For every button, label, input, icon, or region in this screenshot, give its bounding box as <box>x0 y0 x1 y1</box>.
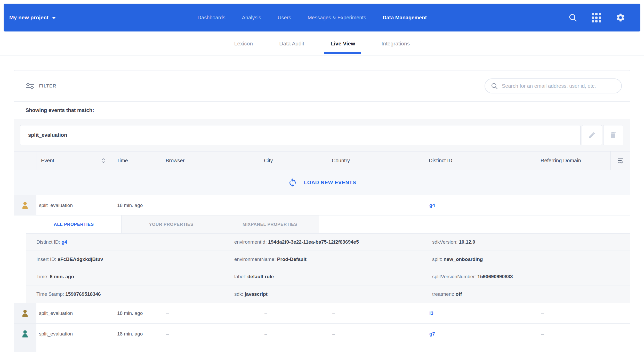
cell-distinct-id: i3 <box>424 303 536 323</box>
tab-integrations[interactable]: Integrations <box>375 31 416 55</box>
cell-config-spacer <box>611 324 630 344</box>
avatar <box>14 324 36 344</box>
events-heading: Showing events that match: <box>26 107 94 113</box>
header-city: City <box>259 151 327 170</box>
nav-item-dashboards[interactable]: Dashboards <box>198 15 226 21</box>
cell-city: – <box>259 303 327 323</box>
property-row: Insert ID: aFcBEAdgxkdjBtuv environmentN… <box>26 251 630 268</box>
column-settings-icon <box>617 157 624 164</box>
property: Time: 6 min. ago <box>36 274 234 279</box>
cell-time: 18 min. ago <box>112 195 161 215</box>
table-row[interactable]: split_evaluation 18 min. ago – – – i3 – <box>14 303 630 324</box>
live-view-card: FILTER Showing events that match: split_… <box>14 70 630 352</box>
trash-icon <box>609 131 617 139</box>
topbar-icons <box>568 13 625 22</box>
chevron-down-icon <box>52 17 56 19</box>
gear-icon[interactable] <box>616 13 625 22</box>
subnav: Lexicon Data Audit Live View Integration… <box>0 31 644 56</box>
distinct-id-link[interactable]: g7 <box>429 331 435 337</box>
detail-tabs: ALL PROPERTIES YOUR PROPERTIES MIXPANEL … <box>26 215 630 234</box>
apps-grid-icon[interactable] <box>592 13 601 22</box>
header-distinct-id: Distinct ID <box>424 151 536 170</box>
property: environmentName: Prod-Default <box>234 257 432 262</box>
event-detail-panel: ALL PROPERTIES YOUR PROPERTIES MIXPANEL … <box>14 215 630 303</box>
table-row[interactable]: split_evaluation 18 min. ago – – – g4 – <box>14 195 630 215</box>
event-filter-chip-label: split_evaluation <box>28 132 67 138</box>
cell-browser: – <box>161 303 259 323</box>
property: Distinct ID: g4 <box>36 239 234 245</box>
distinct-id-link[interactable]: g4 <box>429 203 435 208</box>
property: label: default rule <box>234 274 432 279</box>
main-nav: Dashboards Analysis Users Messages & Exp… <box>56 15 568 21</box>
distinct-id-link[interactable]: i3 <box>429 310 433 316</box>
screen: My new project Dashboards Analysis Users… <box>0 0 644 352</box>
tab-data-audit[interactable]: Data Audit <box>273 31 310 55</box>
main-content: FILTER Showing events that match: split_… <box>0 56 644 352</box>
cell-browser: – <box>161 324 259 344</box>
header-event-label: Event <box>41 158 54 164</box>
property: splitVersionNumber: 1590690990833 <box>432 274 630 279</box>
tab-all-properties[interactable]: ALL PROPERTIES <box>26 215 122 233</box>
sort-icon[interactable] <box>101 158 106 164</box>
header-event[interactable]: Event <box>36 151 112 170</box>
header-country: Country <box>327 151 424 170</box>
header-column-settings[interactable] <box>611 151 630 170</box>
project-switcher[interactable]: My new project <box>9 14 56 21</box>
nav-item-analysis[interactable]: Analysis <box>242 15 261 21</box>
cell-city: – <box>259 324 327 344</box>
detail-main: ALL PROPERTIES YOUR PROPERTIES MIXPANEL … <box>26 215 630 303</box>
filter-button[interactable]: FILTER <box>14 70 68 101</box>
tab-mixpanel-properties[interactable]: MIXPANEL PROPERTIES <box>221 215 319 233</box>
cell-event: split_evaluation <box>36 303 112 323</box>
cell-browser: – <box>161 195 259 215</box>
load-new-events-button[interactable]: LOAD NEW EVENTS <box>14 170 630 195</box>
tab-your-properties[interactable]: YOUR PROPERTIES <box>122 215 221 233</box>
nav-item-users[interactable]: Users <box>278 15 291 21</box>
edit-filter-button[interactable] <box>582 125 602 145</box>
search-icon <box>491 82 498 90</box>
property: environmentId: 194da2f0-3e22-11ea-ba75-1… <box>234 239 432 245</box>
filter-sliders-icon <box>26 83 35 89</box>
header-referring-domain: Referring Domain <box>536 151 611 170</box>
table-row[interactable]: split_evaluation 18 min. ago – – – g7 – <box>14 324 630 344</box>
tab-live-view[interactable]: Live View <box>324 31 361 55</box>
nav-item-messages-experiments[interactable]: Messages & Experiments <box>308 15 366 21</box>
cell-distinct-id: g4 <box>424 195 536 215</box>
load-new-events-label: LOAD NEW EVENTS <box>304 180 356 186</box>
property-row: Distinct ID: g4 environmentId: 194da2f0-… <box>26 234 630 251</box>
delete-filter-button[interactable] <box>603 125 623 145</box>
event-filter-chip[interactable]: split_evaluation <box>20 125 581 145</box>
cell-time: 18 min. ago <box>112 303 161 323</box>
cell-event: split_evaluation <box>36 195 112 215</box>
project-name: My new project <box>9 14 49 21</box>
cell-country: – <box>327 303 424 323</box>
property-row: Time Stamp: 1590769518346 sdk: javascrip… <box>26 285 630 303</box>
avatar <box>14 303 36 323</box>
property-row: Time: 6 min. ago label: default rule spl… <box>26 268 630 285</box>
search-icon[interactable] <box>568 13 577 22</box>
search-pill <box>485 78 622 93</box>
person-icon <box>20 329 30 339</box>
person-icon <box>20 309 30 318</box>
detail-left-gutter <box>14 215 26 303</box>
distinct-id-link[interactable]: g4 <box>61 239 67 245</box>
filter-chip-band: split_evaluation <box>14 119 630 151</box>
filter-row: FILTER <box>14 70 630 101</box>
header-browser: Browser <box>161 151 259 170</box>
table-row-partial[interactable] <box>14 344 630 352</box>
property: Insert ID: aFcBEAdgxkdjBtuv <box>36 257 234 262</box>
search-input[interactable] <box>502 83 616 89</box>
avatar <box>14 195 36 215</box>
cell-country: – <box>327 195 424 215</box>
header-time: Time <box>112 151 161 170</box>
tab-lexicon[interactable]: Lexicon <box>228 31 259 55</box>
cell-referring-domain: – <box>536 303 611 323</box>
nav-item-data-management[interactable]: Data Management <box>383 15 427 21</box>
cell-config-spacer <box>611 195 630 215</box>
person-icon <box>20 201 30 210</box>
filter-button-label: FILTER <box>39 83 56 89</box>
cell-event: split_evaluation <box>36 324 112 344</box>
table-header: Event Time Browser City Country Distinct… <box>14 151 630 170</box>
cell-config-spacer <box>611 303 630 323</box>
cell-country: – <box>327 324 424 344</box>
